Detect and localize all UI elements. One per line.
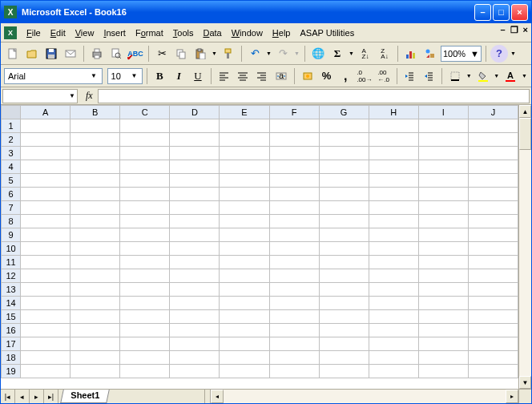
menu-edit[interactable]: Edit <box>46 26 71 39</box>
cell-H13[interactable] <box>369 283 418 297</box>
cell-I9[interactable] <box>418 228 468 242</box>
cell-D11[interactable] <box>170 256 220 269</box>
cell-D6[interactable] <box>170 188 220 201</box>
fill-color-dropdown[interactable]: ▼ <box>493 73 500 79</box>
help-icon[interactable]: ? <box>490 45 508 63</box>
cell-A12[interactable] <box>21 269 71 283</box>
cell-I4[interactable] <box>418 160 468 174</box>
col-header-G[interactable]: G <box>319 106 369 119</box>
name-box-dropdown-icon[interactable]: ▼ <box>69 92 75 99</box>
cell-J7[interactable] <box>468 201 518 215</box>
cell-D15[interactable] <box>170 310 220 324</box>
cell-I3[interactable] <box>418 147 468 160</box>
cell-F4[interactable] <box>269 160 319 174</box>
scroll-right-icon[interactable]: ▸ <box>506 390 518 403</box>
cell-H11[interactable] <box>369 256 418 269</box>
cell-J15[interactable] <box>468 310 518 324</box>
cell-D3[interactable] <box>170 147 220 160</box>
cell-J18[interactable] <box>468 351 518 365</box>
cell-A9[interactable] <box>21 228 71 242</box>
undo-icon[interactable]: ↶ <box>246 45 264 63</box>
currency-icon[interactable] <box>299 67 316 85</box>
doc-minimize-button[interactable]: – <box>500 25 505 35</box>
cell-E3[interactable] <box>220 147 269 160</box>
formula-bar[interactable] <box>98 89 530 103</box>
merge-center-icon[interactable]: a <box>272 67 290 85</box>
scroll-thumb[interactable] <box>519 118 531 150</box>
tab-next-icon[interactable]: ▸ <box>30 390 44 403</box>
percent-icon[interactable]: % <box>318 67 336 85</box>
cell-F13[interactable] <box>269 283 319 297</box>
menu-tools[interactable]: Tools <box>168 26 199 39</box>
row-header-3[interactable]: 3 <box>2 147 21 160</box>
cell-I12[interactable] <box>418 269 468 283</box>
row-header-10[interactable]: 10 <box>2 242 21 256</box>
cell-E18[interactable] <box>220 351 269 365</box>
row-header-7[interactable]: 7 <box>2 201 21 215</box>
menu-window[interactable]: Window <box>227 26 268 39</box>
row-header-12[interactable]: 12 <box>2 269 21 283</box>
cell-C10[interactable] <box>120 242 170 256</box>
cell-B19[interactable] <box>71 365 120 378</box>
cell-B10[interactable] <box>71 242 120 256</box>
borders-dropdown[interactable]: ▼ <box>466 73 473 79</box>
cell-D5[interactable] <box>170 174 220 188</box>
col-header-C[interactable]: C <box>120 106 170 119</box>
cell-D1[interactable] <box>170 119 220 133</box>
row-header-5[interactable]: 5 <box>2 174 21 188</box>
cell-G11[interactable] <box>319 256 369 269</box>
cell-C7[interactable] <box>120 201 170 215</box>
cell-F10[interactable] <box>269 242 319 256</box>
cell-B3[interactable] <box>71 147 120 160</box>
cell-I11[interactable] <box>418 256 468 269</box>
cell-E19[interactable] <box>220 365 269 378</box>
cell-G5[interactable] <box>319 174 369 188</box>
undo-dropdown[interactable]: ▼ <box>265 50 272 56</box>
paste-icon[interactable] <box>191 45 209 63</box>
row-header-11[interactable]: 11 <box>2 256 21 269</box>
cell-G17[interactable] <box>319 337 369 351</box>
cell-B13[interactable] <box>71 283 120 297</box>
menu-view[interactable]: View <box>71 26 99 39</box>
cell-J5[interactable] <box>468 174 518 188</box>
sort-desc-icon[interactable]: ZA↓ <box>376 45 393 63</box>
cell-A18[interactable] <box>21 351 71 365</box>
col-header-F[interactable]: F <box>269 106 319 119</box>
menu-asap[interactable]: ASAP Utilities <box>295 26 359 39</box>
row-header-2[interactable]: 2 <box>2 133 21 147</box>
align-right-icon[interactable] <box>253 67 271 85</box>
cell-C5[interactable] <box>120 174 170 188</box>
cell-H5[interactable] <box>369 174 418 188</box>
cell-I13[interactable] <box>418 283 468 297</box>
cell-E9[interactable] <box>220 228 269 242</box>
cell-C8[interactable] <box>120 215 170 228</box>
cell-C11[interactable] <box>120 256 170 269</box>
cell-B18[interactable] <box>71 351 120 365</box>
cell-F5[interactable] <box>269 174 319 188</box>
borders-icon[interactable] <box>446 67 464 85</box>
cell-G4[interactable] <box>319 160 369 174</box>
cell-F12[interactable] <box>269 269 319 283</box>
cell-H18[interactable] <box>369 351 418 365</box>
print-preview-icon[interactable] <box>107 45 125 63</box>
zoom-input[interactable] <box>443 49 470 59</box>
copy-icon[interactable] <box>172 45 190 63</box>
cell-G13[interactable] <box>319 283 369 297</box>
cell-B7[interactable] <box>71 201 120 215</box>
cell-D17[interactable] <box>170 337 220 351</box>
bold-button[interactable]: B <box>151 67 169 85</box>
size-dropdown-icon[interactable]: ▼ <box>129 72 140 79</box>
scroll-down-icon[interactable]: ▼ <box>519 376 531 389</box>
doc-close-button[interactable]: × <box>523 25 528 35</box>
cell-H3[interactable] <box>369 147 418 160</box>
cell-G6[interactable] <box>319 188 369 201</box>
cell-F16[interactable] <box>269 324 319 337</box>
cell-F6[interactable] <box>269 188 319 201</box>
decrease-indent-icon[interactable] <box>401 67 419 85</box>
cell-H4[interactable] <box>369 160 418 174</box>
cell-C12[interactable] <box>120 269 170 283</box>
scroll-left-icon[interactable]: ◂ <box>211 390 224 403</box>
cell-G8[interactable] <box>319 215 369 228</box>
cell-G15[interactable] <box>319 310 369 324</box>
cell-F3[interactable] <box>269 147 319 160</box>
